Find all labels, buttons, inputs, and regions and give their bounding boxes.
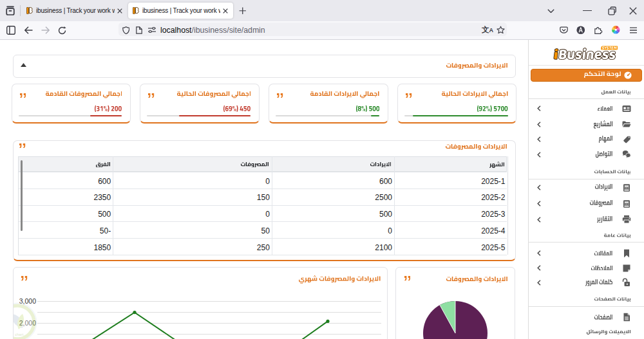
svg-text:chart: chart	[15, 333, 24, 336]
